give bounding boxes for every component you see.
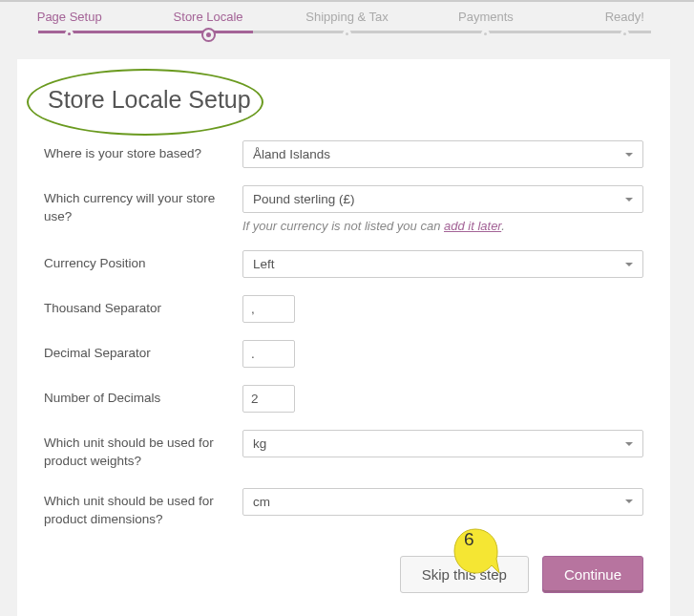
- select-value: Left: [253, 257, 275, 271]
- label-store-based: Where is your store based?: [44, 140, 242, 163]
- add-later-link[interactable]: add it later: [444, 219, 501, 233]
- label-currency: Which currency will your store use?: [44, 185, 242, 226]
- select-position[interactable]: Left: [242, 250, 643, 278]
- step-label: Page Setup: [37, 10, 102, 24]
- select-dimension-unit[interactable]: cm: [242, 488, 643, 516]
- step-store-locale[interactable]: Store Locale: [138, 10, 277, 40]
- actions: 6 Skip this step Continue: [44, 556, 643, 593]
- label-dimension: Which unit should be used for product di…: [44, 488, 242, 529]
- step-dot-icon: [481, 30, 490, 38]
- step-dot-icon: [203, 30, 214, 40]
- select-value: kg: [253, 436, 266, 451]
- label-decimal: Decimal Separator: [44, 340, 242, 363]
- row-store-based: Where is your store based? Åland Islands: [44, 140, 643, 168]
- chevron-down-icon: [625, 153, 633, 157]
- select-store-based[interactable]: Åland Islands: [242, 140, 643, 168]
- annotation-marker: 6: [450, 525, 486, 562]
- step-label: Payments: [458, 10, 514, 24]
- step-ready[interactable]: Ready!: [556, 10, 694, 40]
- step-label: Shipping & Tax: [305, 10, 389, 24]
- title-wrap: Store Locale Setup: [44, 80, 280, 123]
- annotation-number: 6: [464, 529, 474, 550]
- step-dot-icon: [65, 30, 74, 38]
- label-position: Currency Position: [44, 250, 242, 273]
- step-dot-icon: [620, 30, 629, 38]
- row-currency: Which currency will your store use? Poun…: [44, 185, 643, 233]
- row-dimension: Which unit should be used for product di…: [44, 488, 643, 529]
- select-weight-unit[interactable]: kg: [242, 430, 643, 457]
- row-numdec: Number of Decimals: [44, 385, 643, 413]
- step-dot-icon: [343, 30, 351, 38]
- label-numdec: Number of Decimals: [44, 385, 242, 408]
- progress-bar: Page Setup Store Locale Shipping & Tax P…: [0, 2, 694, 52]
- hint-prefix: If your currency is not listed you can: [242, 219, 444, 233]
- step-label: Ready!: [605, 10, 644, 24]
- select-value: Pound sterling (£): [253, 192, 355, 206]
- select-currency[interactable]: Pound sterling (£): [242, 185, 643, 213]
- row-position: Currency Position Left: [44, 250, 643, 278]
- input-thousand-separator[interactable]: [242, 295, 295, 323]
- currency-hint: If your currency is not listed you can a…: [242, 219, 643, 233]
- select-value: cm: [253, 495, 270, 509]
- chevron-down-icon: [625, 263, 633, 266]
- step-label: Store Locale: [174, 10, 243, 24]
- continue-button[interactable]: Continue: [542, 556, 643, 593]
- row-thousand: Thousand Separator: [44, 295, 643, 323]
- input-number-decimals[interactable]: [242, 385, 295, 413]
- input-decimal-separator[interactable]: [242, 340, 295, 368]
- step-page-setup[interactable]: Page Setup: [0, 10, 138, 40]
- chevron-down-icon: [625, 499, 633, 503]
- chevron-down-icon: [625, 442, 633, 446]
- step-shipping-tax[interactable]: Shipping & Tax: [278, 10, 416, 40]
- label-weight: Which unit should be used for product we…: [44, 430, 242, 471]
- row-decimal: Decimal Separator: [44, 340, 643, 368]
- row-weight: Which unit should be used for product we…: [44, 430, 643, 471]
- chevron-down-icon: [625, 198, 633, 202]
- page-title: Store Locale Setup: [44, 80, 280, 123]
- step-payments[interactable]: Payments: [416, 10, 555, 40]
- select-value: Åland Islands: [253, 147, 330, 161]
- label-thousand: Thousand Separator: [44, 295, 242, 318]
- form: Where is your store based? Åland Islands…: [44, 140, 643, 593]
- panel: Store Locale Setup Where is your store b…: [17, 59, 670, 616]
- teardrop-icon: [450, 525, 501, 577]
- hint-suffix: .: [501, 219, 505, 233]
